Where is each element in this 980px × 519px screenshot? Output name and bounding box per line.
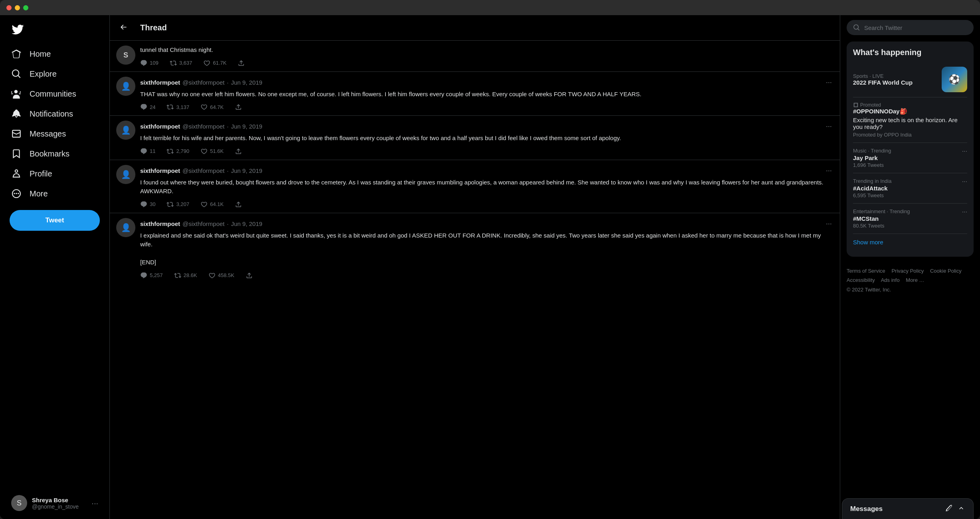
twitter-logo[interactable] [5,18,105,42]
like-action[interactable]: 64.7K [200,103,224,111]
share-action[interactable] [235,148,242,155]
sidebar-item-home[interactable]: Home [5,44,105,64]
reply-count: 24 [150,104,155,110]
reply-action[interactable]: 109 [140,59,159,67]
reply-action[interactable]: 5,257 [140,272,163,279]
tweet-meta: sixthformpoet @sixthformpoet · Jun 9, 20… [140,218,833,230]
trend-more-button[interactable]: ··· [962,178,967,185]
retweet-action[interactable]: 28.6K [174,272,197,279]
heart-icon [208,272,216,279]
heart-icon [203,59,210,67]
back-button[interactable] [118,22,129,34]
tweet-more-button[interactable]: ··· [824,218,833,230]
sidebar-item-bookmarks[interactable]: Bookmarks [5,144,105,164]
tweet-body: sixthformpoet @sixthformpoet · Jun 9, 20… [140,218,833,279]
search-input[interactable] [864,24,967,31]
sidebar: Home Explore Communities Notifications M [0,15,110,519]
sidebar-item-more[interactable]: More [5,184,105,204]
close-button[interactable] [6,5,12,10]
thread-panel: Thread S tunnel that Christmas night. 10… [110,15,840,519]
retweet-count: 28.6K [184,272,197,278]
app-container: Home Explore Communities Notifications M [0,15,980,519]
minimize-button[interactable] [15,5,20,10]
search-bar[interactable] [847,20,974,35]
sidebar-item-messages-label: Messages [30,129,66,139]
like-action[interactable]: 64.1K [200,201,224,208]
avatar[interactable]: 👤 [116,77,135,96]
tweet-date: Jun 9, 2019 [231,220,262,227]
window-chrome [0,0,980,15]
tweet-more-button[interactable]: ··· [824,77,833,88]
copyright-text: © 2022 Twitter, Inc. [847,285,974,294]
collapse-messages-button[interactable] [957,504,965,513]
show-more-link[interactable]: Show more [853,234,967,250]
tweet-button[interactable]: Tweet [10,210,100,231]
footer-user-info: Shreya Bose @gnome_in_stove [32,497,87,510]
tweet-more-button[interactable]: ··· [824,165,833,176]
trend-more-button[interactable]: ··· [962,208,967,216]
messages-bar[interactable]: Messages [842,498,974,519]
sidebar-item-profile[interactable]: Profile [5,164,105,184]
tweet-meta-left: sixthformpoet @sixthformpoet · Jun 9, 20… [140,220,262,227]
sidebar-item-messages[interactable]: Messages [5,124,105,144]
reply-action[interactable]: 24 [140,103,155,111]
like-action[interactable]: 458.5K [208,272,234,279]
user-account-button[interactable]: S Shreya Bose @gnome_in_stove ··· [5,490,105,516]
tweet-meta-left: sixthformpoet @sixthformpoet · Jun 9, 20… [140,123,262,130]
avatar: S [11,495,27,511]
avatar[interactable]: 👤 [116,121,135,140]
sidebar-item-notifications[interactable]: Notifications [5,104,105,124]
new-message-button[interactable] [944,504,952,513]
trend-item-jay-park[interactable]: Music · Trending Jay Park 1,696 Tweets ·… [853,143,967,173]
cookie-link[interactable]: Cookie Policy [930,268,962,274]
trend-item-acid-attack[interactable]: Trending in India #AcidAttack 6,595 Twee… [853,173,967,204]
trend-more-button[interactable]: ··· [962,148,967,155]
author-name: sixthformpoet [140,167,180,174]
share-action[interactable] [238,59,245,67]
tweet-actions: 30 3,207 64.1K [140,201,833,208]
reply-count: 109 [150,60,159,66]
sidebar-item-explore-label: Explore [30,69,57,79]
promoted-badge: Promoted [853,102,967,108]
trend-item-fifa[interactable]: Sports · LIVE 2022 FIFA World Cup ⚽ [853,62,967,97]
share-action[interactable] [235,201,242,208]
retweet-action[interactable]: 3,207 [167,201,189,208]
author-handle: @sixthformpoet [183,167,224,174]
tweet-text: THAT was why no one ever left him flower… [140,90,833,99]
retweet-icon [167,201,174,208]
tweet-meta: sixthformpoet @sixthformpoet · Jun 9, 20… [140,121,833,132]
trend-header: Trending in India #AcidAttack 6,595 Twee… [853,178,967,198]
like-action[interactable]: 61.7K [203,59,226,67]
trend-item-mcstan[interactable]: Entertainment · Trending #MCStan 80.5K T… [853,204,967,234]
maximize-button[interactable] [23,5,28,10]
privacy-link[interactable]: Privacy Policy [891,268,924,274]
messages-bar-actions [944,504,965,513]
tweet-text: I felt terrible for his wife and her par… [140,134,833,143]
avatar[interactable]: 👤 [116,218,135,237]
table-row: 👤 sixthformpoet @sixthformpoet · Jun 9, … [110,72,840,116]
retweet-action[interactable]: 2,790 [167,148,189,155]
more-link[interactable]: More … [906,277,924,283]
reply-action[interactable]: 30 [140,201,155,208]
sidebar-item-communities[interactable]: Communities [5,84,105,104]
compose-icon [944,504,952,512]
retweet-action[interactable]: 3,137 [167,103,189,111]
reply-action[interactable]: 11 [140,148,155,155]
share-action[interactable] [246,272,253,279]
terms-link[interactable]: Terms of Service [847,268,885,274]
share-action[interactable] [235,103,242,111]
fifa-title: 2022 FIFA World Cup [853,79,937,86]
retweet-action[interactable]: 3,637 [170,59,192,67]
like-action[interactable]: 51.6K [200,148,224,155]
tweet-more-button[interactable]: ··· [824,121,833,132]
author-handle: @sixthformpoet [183,123,224,130]
ads-info-link[interactable]: Ads info [881,277,900,283]
promo-item-oppo[interactable]: Promoted #OPPOINNODay🎒 Exciting new tech… [853,97,967,143]
trend-category: Music · Trending [853,148,891,154]
reply-count: 11 [150,148,155,154]
sidebar-item-profile-label: Profile [30,169,52,178]
sidebar-item-explore[interactable]: Explore [5,64,105,84]
accessibility-link[interactable]: Accessibility [847,277,875,283]
tweet-actions: 24 3,137 64.7K [140,103,833,111]
avatar[interactable]: 👤 [116,165,135,184]
